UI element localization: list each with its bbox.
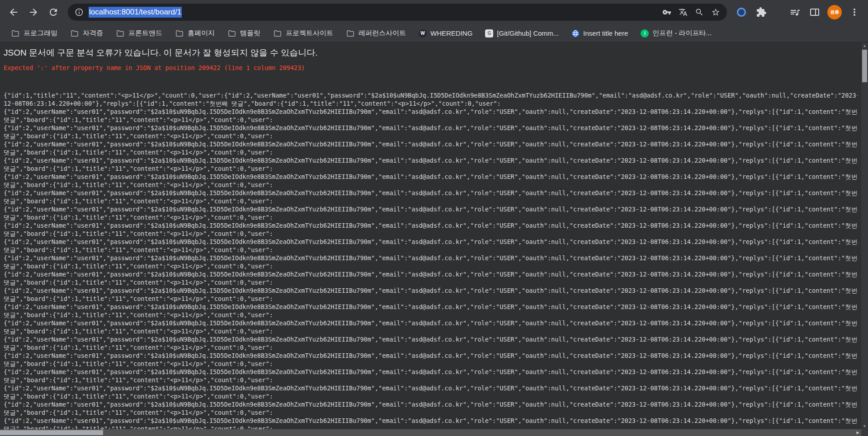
folder-icon [11,29,20,38]
scroll-down-arrow-icon[interactable]: ▼ [861,423,868,429]
git-bookmark-favicon: G [485,29,493,38]
json-text-line: 댓글","board":{"id":1,"title":"11","conten… [4,295,858,303]
bookmark-folder-programming[interactable]: 프로그래밍 [6,27,62,40]
json-text-line: {"id":2,"userName":"user01","password":"… [4,319,858,327]
json-text-line: 댓글","board":{"id":1,"title":"11","conten… [4,213,858,221]
vertical-scrollbar-thumb[interactable] [862,50,867,82]
back-button[interactable] [5,3,23,21]
bookmark-label: 프로젝트사이트 [286,29,333,38]
scroll-right-arrow-icon[interactable]: ▶ [854,429,861,436]
info-icon [75,8,84,17]
json-text-line: 댓글","board":{"id":1,"title":"11","conten… [4,230,858,238]
scroll-up-arrow-icon[interactable]: ▲ [861,42,868,49]
translate-button[interactable] [676,5,690,19]
json-text-line: 댓글","board":{"id":1,"title":"11","conten… [4,132,858,140]
json-text-line: 댓글","board":{"id":1,"title":"11","conten… [4,425,858,429]
bookmark-folder-project-sites[interactable]: 프로젝트사이트 [269,27,338,40]
side-panel-icon [809,7,820,18]
json-text-line: {"id":2,"userName":"user01","password":"… [4,108,858,116]
bookmark-folder-homepage[interactable]: 홈페이지 [170,27,219,40]
json-text-line: 댓글","board":{"id":1,"title":"11","conten… [4,116,858,124]
avatar: 원종 [827,5,842,19]
key-icon [662,8,671,17]
forward-button[interactable] [24,3,42,21]
media-controls-button[interactable] [786,3,804,21]
bookmark-folder-templates[interactable]: 템플릿 [223,27,265,40]
reload-button[interactable] [44,3,62,21]
json-text-line: {"id":2,"userName":"user01","password":"… [4,417,858,425]
horizontal-scrollbar-thumb[interactable] [0,430,103,435]
bookmark-folder-frontend[interactable]: 프론트앤드 [111,27,167,40]
horizontal-scrollbar[interactable]: ▶ [0,429,861,436]
json-text-line: 댓글","board":{"id":1,"title":"11","conten… [4,392,858,400]
json-text-line: 댓글","board":{"id":1,"title":"11","conten… [4,262,858,270]
json-document: {"id":1,"title":"11","content":"<p>11</p… [4,91,858,429]
json-text-line: {"id":2,"userName":"user01","password":"… [4,400,858,408]
bookmarks-bar: 프로그래밍 자격증 프론트앤드 홈페이지 템플릿 프로젝트사이트 레퍼런스사이트… [0,24,868,42]
json-text-line: {"id":2,"userName":"user01","password":"… [4,352,858,360]
json-text-line: {"id":2,"userName":"user01","password":"… [4,270,858,278]
reload-icon [48,7,59,18]
folder-icon [116,29,125,38]
folder-icon [70,29,79,38]
json-text-line: 댓글","board":{"id":1,"title":"11","conten… [4,181,858,189]
media-controls-icon [789,7,800,18]
json-text-line: 댓글","board":{"id":1,"title":"11","conten… [4,148,858,156]
bookmark-label: 프론트앤드 [128,29,162,38]
json-text-line: {"id":2,"userName":"user01","password":"… [4,189,858,197]
globe-favicon [571,29,580,38]
password-manager-button[interactable] [660,5,674,19]
json-text-line: {"id":2,"userName":"user01","password":"… [4,173,858,181]
site-info-button[interactable] [72,5,86,19]
menu-button[interactable] [845,3,863,21]
json-text-line: {"id":2,"userName":"user01","password":"… [4,303,858,311]
json-text-line: {"id":2,"userName":"user01","password":"… [4,140,858,148]
json-text-line: 댓글","board":{"id":1,"title":"11","conten… [4,278,858,286]
forward-arrow-icon [28,7,39,18]
pinned-extension-button[interactable] [732,3,750,21]
bookmark-label: 홈페이지 [188,29,215,38]
vertical-scrollbar[interactable]: ▲ ▼ [861,42,868,429]
json-text-line: {"id":2,"userName":"user01","password":"… [4,221,858,230]
json-text-line: {"id":2,"userName":"user01","password":"… [4,124,858,132]
folder-icon [227,29,236,38]
json-text-line: {"id":2,"userName":"user01","password":"… [4,254,858,262]
bookmark-inflearn[interactable]: i 인프런 - 라이프타... [636,27,716,39]
bookmark-whereding[interactable]: W WHEREDING [414,28,477,39]
blue-circle-extension-icon [737,8,746,17]
json-text-line: 댓글","board":{"id":1,"title":"11","conten… [4,360,858,368]
profile-avatar-button[interactable]: 원종 [826,3,844,21]
bookmark-folder-certificates[interactable]: 자격증 [66,27,108,40]
json-text-line: {"id":2,"userName":"user01","password":"… [4,238,858,246]
url-text[interactable]: localhost:8001/test/board/1 [89,7,182,18]
bookmark-star-button[interactable] [709,5,722,19]
bookmark-label: 자격증 [83,29,103,38]
json-text-line: 댓글","board":{"id":1,"title":"11","conten… [4,327,858,335]
json-text-line: {"id":2,"userName":"user01","password":"… [4,368,858,376]
side-panel-button[interactable] [806,3,824,21]
extensions-button[interactable] [752,3,770,21]
json-text-line: {"id":2,"userName":"user01","password":"… [4,384,858,392]
scrollbar-corner [861,429,868,436]
page-content: JSON 문서에 구문 분석 오류가 있습니다. 이 문서가 잘 형성되지 않을… [0,42,861,429]
json-text-line: {"id":2,"userName":"user01","password":"… [4,205,858,213]
magnifier-icon [695,8,704,17]
bookmark-insert-title-here[interactable]: Insert title here [567,28,632,39]
address-bar[interactable]: localhost:8001/test/board/1 [68,4,727,21]
browser-toolbar: localhost:8001/test/board/1 [0,0,868,24]
folder-icon [175,29,184,38]
json-text-line: 댓글","board":{"id":1,"title":"11","conten… [4,164,858,173]
json-text-line: 댓글","board":{"id":1,"title":"11","conten… [4,197,858,205]
browser-window: localhost:8001/test/board/1 [0,0,868,436]
bookmark-git-github[interactable]: G [Git/Github] Comm... [481,28,563,39]
bookmark-label: 프로그래밍 [24,29,57,38]
bookmark-label: [Git/Github] Comm... [497,29,559,37]
zoom-button[interactable] [693,5,706,19]
folder-icon [346,29,355,38]
three-dots-icon [849,7,860,18]
json-parse-error-detail: Expected ':' after property name in JSON… [4,64,858,71]
json-text-line: 댓글","board":{"id":1,"title":"11","conten… [4,343,858,352]
json-text-line: 댓글","board":{"id":1,"title":"11","conten… [4,311,858,319]
bookmark-folder-reference-sites[interactable]: 레퍼런스사이트 [341,27,410,40]
json-text-line: 댓글","board":{"id":1,"title":"11","conten… [4,408,858,417]
